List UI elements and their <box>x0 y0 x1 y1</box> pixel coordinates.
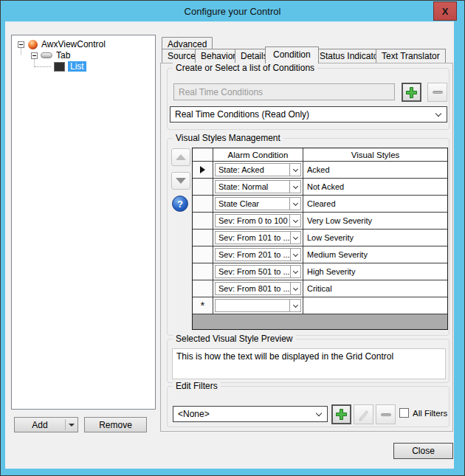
group-title: Visual Styles Management <box>173 133 283 143</box>
remove-condition-list-button[interactable] <box>427 83 447 102</box>
tab-advanced[interactable]: Advanced <box>162 37 213 49</box>
row-selector[interactable] <box>193 246 213 263</box>
filters-selected-value: <None> <box>178 409 210 419</box>
control-orb-icon <box>28 40 38 49</box>
condition-value: State Clear <box>218 199 259 208</box>
row-selector[interactable] <box>193 196 213 212</box>
condition-value: Sev: From 801 to ... <box>218 284 290 293</box>
new-row-condition-cell[interactable] <box>213 297 303 314</box>
chevron-down-icon[interactable] <box>289 215 300 227</box>
alarm-condition-cell[interactable]: Sev: From 0 to 100 <box>213 213 303 229</box>
tab-text-translator[interactable]: Text Translator <box>376 49 446 63</box>
chevron-down-icon[interactable] <box>289 181 300 193</box>
collapse-expander-icon[interactable] <box>18 41 24 48</box>
configure-control-dialog: Configure your Control X AwxViewControl … <box>0 0 465 476</box>
alarm-condition-cell[interactable]: Sev: From 201 to ... <box>213 246 303 263</box>
row-selector[interactable] <box>193 179 213 195</box>
chevron-down-icon[interactable] <box>289 164 300 176</box>
visual-style-cell[interactable]: Critical <box>303 280 447 297</box>
tree-connector <box>35 66 51 67</box>
preview-text: This is how the text will be displayed i… <box>176 351 393 362</box>
row-selector[interactable] <box>193 162 213 178</box>
close-dialog-button[interactable]: Close <box>393 443 453 459</box>
row-selector[interactable] <box>193 280 213 297</box>
visual-style-cell[interactable]: Medium Severity <box>303 246 447 263</box>
add-condition-list-button[interactable] <box>402 83 421 102</box>
remove-button[interactable]: Remove <box>84 417 147 432</box>
plus-icon <box>335 408 348 421</box>
add-split-button[interactable]: Add <box>14 417 78 432</box>
control-tree[interactable]: AwxViewControl Tab List <box>11 35 156 410</box>
grid-corner-header <box>193 148 213 161</box>
tree-item-tab[interactable]: Tab <box>31 49 70 61</box>
visual-style-cell[interactable]: Acked <box>303 162 447 178</box>
alarm-condition-cell[interactable]: Sev: From 501 to ... <box>213 263 303 280</box>
alarm-condition-cell[interactable]: Sev: From 801 to ... <box>213 280 303 297</box>
minus-icon <box>381 413 391 416</box>
question-mark-icon: ? <box>177 199 183 210</box>
new-row-style-cell[interactable] <box>303 297 447 314</box>
visual-style-cell[interactable]: Cleared <box>303 196 447 212</box>
add-dropdown-arrow[interactable] <box>66 424 78 427</box>
move-row-down-button[interactable] <box>171 172 190 190</box>
chevron-down-icon[interactable] <box>289 198 300 210</box>
filters-dropdown[interactable]: <None> <box>173 406 328 422</box>
condition-value: Sev: From 501 to ... <box>218 267 290 276</box>
grid-column-header[interactable]: Alarm Condition <box>213 148 303 161</box>
new-row-selector[interactable]: * <box>193 297 213 314</box>
add-filter-button[interactable] <box>331 404 351 424</box>
visual-style-cell[interactable]: Low Severity <box>303 230 447 246</box>
pencil-icon <box>357 408 371 421</box>
chevron-down-icon[interactable] <box>290 266 301 277</box>
close-button-label: Close <box>412 446 435 456</box>
visual-style-cell[interactable]: Not Acked <box>303 179 447 195</box>
add-button-label: Add <box>15 420 65 430</box>
preview-group: Selected Visual Style Preview This is ho… <box>167 339 450 383</box>
grid-empty-area <box>193 314 447 329</box>
arrow-down-icon <box>176 178 186 184</box>
plus-icon <box>405 86 418 99</box>
chevron-down-icon[interactable] <box>290 283 301 294</box>
condition-list-dropdown[interactable]: Real Time Conditions (Read Only) <box>170 106 447 123</box>
tab-condition-active[interactable]: Condition <box>265 46 319 63</box>
condition-value: Sev: From 0 to 100 <box>218 216 288 225</box>
all-filters-label: All Filters <box>413 409 447 418</box>
condition-list-name-input[interactable]: Real Time Conditions <box>173 83 395 100</box>
visual-styles-grid[interactable]: Alarm Condition Visual Styles State: Ack… <box>192 148 448 330</box>
tab-control-icon <box>41 52 52 58</box>
tree-item-label-selected: List <box>68 61 86 72</box>
condition-list-selected-value: Real Time Conditions (Read Only) <box>175 109 309 120</box>
all-filters-checkbox[interactable] <box>399 408 409 418</box>
visual-style-cell[interactable]: High Severity <box>303 263 447 280</box>
row-selector[interactable] <box>193 263 213 280</box>
chevron-down-icon[interactable] <box>290 249 301 261</box>
visual-style-cell[interactable]: Very Low Severity <box>303 213 447 229</box>
row-selector[interactable] <box>193 230 213 246</box>
alarm-condition-cell[interactable]: Sev: From 101 to ... <box>213 230 303 246</box>
condition-value: State: Normal <box>218 182 268 191</box>
tree-item-list[interactable]: List <box>54 61 86 72</box>
list-control-icon <box>54 62 65 72</box>
alarm-condition-cell[interactable]: State Clear <box>213 196 303 212</box>
tab-label: Condition <box>273 49 311 60</box>
alarm-condition-cell[interactable]: State: Acked <box>213 162 303 178</box>
remove-filter-button[interactable] <box>376 404 396 424</box>
collapse-expander-icon[interactable] <box>31 52 38 59</box>
move-row-up-button[interactable] <box>171 148 190 166</box>
row-selector[interactable] <box>193 213 213 229</box>
chevron-down-icon[interactable] <box>290 232 301 244</box>
minus-icon <box>433 91 443 94</box>
help-button[interactable]: ? <box>172 196 188 212</box>
titlebar[interactable]: Configure your Control X <box>1 1 464 21</box>
edit-filter-button[interactable] <box>354 404 373 424</box>
grid-column-header[interactable]: Visual Styles <box>303 148 447 161</box>
tree-item-awxviewcontrol[interactable]: AwxViewControl <box>18 38 106 50</box>
close-icon: X <box>442 6 449 17</box>
conditions-group: Create or Select a list of Conditions Re… <box>167 68 450 130</box>
group-title: Selected Visual Style Preview <box>173 334 296 344</box>
condition-value: State: Acked <box>218 165 264 174</box>
close-window-button[interactable]: X <box>433 1 457 21</box>
chevron-down-icon[interactable] <box>289 300 300 311</box>
condition-value: Sev: From 101 to ... <box>218 233 290 242</box>
alarm-condition-cell[interactable]: State: Normal <box>213 179 303 195</box>
